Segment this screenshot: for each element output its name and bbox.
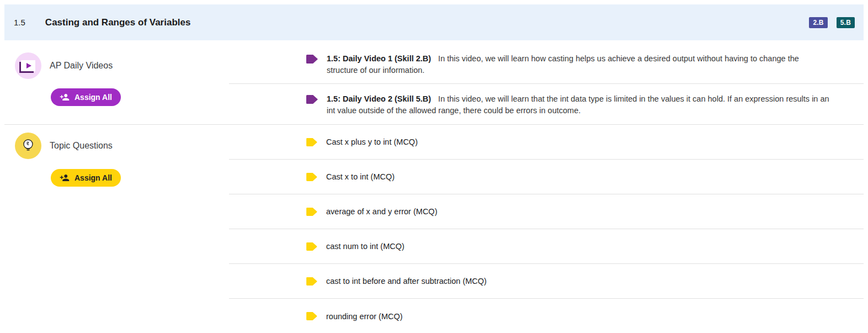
assign-all-videos-label: Assign All [74, 93, 112, 102]
person-add-icon [60, 173, 70, 183]
question-item-label: cast to int before and after subtraction… [326, 277, 487, 286]
question-tag-icon [306, 242, 317, 251]
video-item-text: 1.5: Daily Video 2 (Skill 5.B)In this vi… [327, 93, 830, 117]
skill-badges: 2.B 5.B [809, 17, 855, 28]
questions-section-summary: Topic Questions Assign All [4, 125, 229, 333]
person-add-icon [60, 92, 70, 102]
question-item-label: cast num to int (MCQ) [326, 242, 404, 251]
topic-number: 1.5 [14, 18, 25, 27]
topic-page: 1.5 Casting and Ranges of Variables 2.B … [0, 0, 868, 333]
question-tag-icon [306, 208, 317, 216]
question-item[interactable]: rounding error (MCQ) [229, 299, 864, 333]
video-item[interactable]: 1.5: Daily Video 2 (Skill 5.B)In this vi… [229, 84, 864, 124]
question-tag-icon [306, 173, 317, 181]
topic-header: 1.5 Casting and Ranges of Variables 2.B … [4, 4, 864, 40]
questions-list: Cast x plus y to int (MCQ) Cast x to int… [229, 125, 864, 333]
question-item-label: average of x and y error (MCQ) [326, 207, 437, 216]
video-item-text: 1.5: Daily Video 1 (Skill 2.B)In this vi… [327, 53, 830, 76]
video-item-title: 1.5: Daily Video 2 (Skill 5.B) [327, 94, 431, 103]
video-icon [15, 52, 41, 79]
assign-all-questions-button[interactable]: Assign All [51, 169, 121, 187]
question-tag-icon [306, 277, 317, 286]
question-item-label: Cast x plus y to int (MCQ) [326, 138, 418, 146]
question-tag-icon [306, 312, 317, 320]
question-item[interactable]: Cast x to int (MCQ) [229, 160, 864, 194]
skill-badge-5b: 5.B [837, 17, 855, 28]
video-item-title: 1.5: Daily Video 1 (Skill 2.B) [327, 54, 431, 63]
assign-all-videos-button[interactable]: Assign All [51, 88, 121, 106]
question-item[interactable]: cast to int before and after subtraction… [229, 264, 864, 299]
question-item-label: Cast x to int (MCQ) [326, 172, 395, 181]
question-item[interactable]: average of x and y error (MCQ) [229, 194, 864, 229]
question-item[interactable]: Cast x plus y to int (MCQ) [229, 125, 864, 160]
video-tag-icon [306, 95, 318, 104]
videos-section-summary: AP Daily Videos Assign All [4, 41, 229, 124]
video-item[interactable]: 1.5: Daily Video 1 (Skill 2.B)In this vi… [229, 41, 864, 84]
videos-list: 1.5: Daily Video 1 (Skill 2.B)In this vi… [229, 41, 864, 124]
section-topic-questions: Topic Questions Assign All Cast x plus y… [4, 125, 864, 333]
questions-section-title: Topic Questions [50, 141, 113, 151]
question-tag-icon [306, 138, 317, 146]
play-icon [21, 60, 35, 71]
videos-section-title: AP Daily Videos [50, 61, 113, 71]
assign-all-questions-label: Assign All [74, 173, 112, 182]
video-tag-icon [306, 55, 318, 64]
question-item[interactable]: cast num to int (MCQ) [229, 229, 864, 264]
lightbulb-icon [15, 133, 41, 159]
question-item-label: rounding error (MCQ) [326, 312, 403, 321]
skill-badge-2b: 2.B [809, 17, 827, 28]
topic-title: Casting and Ranges of Variables [45, 17, 191, 28]
section-ap-daily-videos: AP Daily Videos Assign All 1.5: Daily Vi… [4, 41, 864, 125]
